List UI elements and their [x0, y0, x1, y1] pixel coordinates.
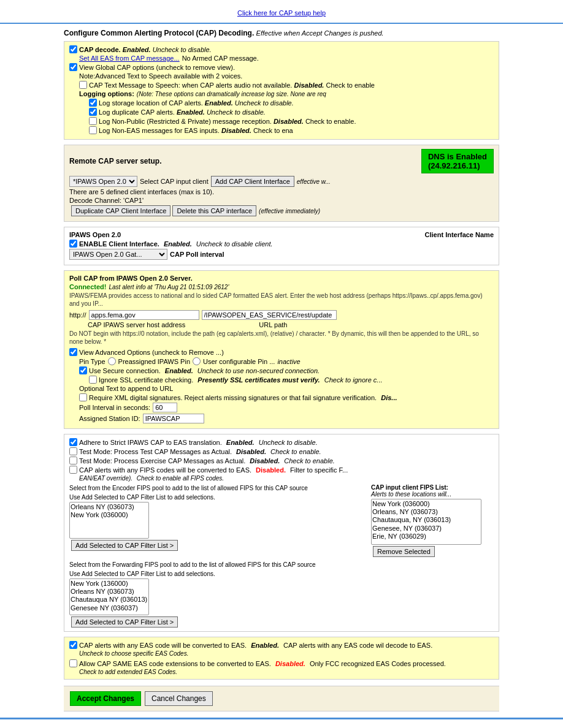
pin-user-label: User configurable Pin ... — [203, 358, 275, 365]
station-id-input[interactable] — [143, 414, 204, 423]
decode-channel-row: Decode Channel: 'CAP1' — [69, 197, 494, 204]
log-storage-checkbox[interactable] — [89, 99, 97, 107]
strict-label: Adhere to Strict IPAWS CAP to EAS transl… — [79, 439, 318, 446]
enable-client-label: ENABLE Client Interface. Enabled. Unchec… — [79, 240, 273, 248]
pin-type-row: Pin Type Preassigned IPAWS Pin User conf… — [79, 357, 494, 365]
same-checkbox[interactable] — [69, 659, 77, 667]
advanced-options-panel: Pin Type Preassigned IPAWS Pin User conf… — [69, 357, 494, 423]
ignore-ssl-row: Ignore SSL certificate checking. Present… — [79, 376, 494, 384]
page-subtitle: Effective when Accept Changes is pushed. — [256, 29, 384, 37]
remove-selected-row: Remove Selected — [371, 546, 494, 557]
eas-convert-checkbox[interactable] — [69, 641, 77, 649]
strict-row: Adhere to Strict IPAWS CAP to EAS transl… — [69, 438, 494, 446]
log-storage-label: Log storage location of CAP alerts. Enab… — [99, 99, 294, 107]
fips-convert-checkbox[interactable] — [69, 466, 77, 474]
connection-status-row: Connected! Last alert info at 'Thu Aug 2… — [69, 283, 494, 290]
poll-interval-row: Poll Interval in seconds: — [79, 403, 494, 412]
translation-section: Adhere to Strict IPAWS CAP to EAS transl… — [64, 434, 499, 632]
remove-selected-btn[interactable]: Remove Selected — [373, 546, 435, 557]
duplicate-interface-btn[interactable]: Duplicate CAP Client Interface — [71, 205, 170, 216]
url-path-input[interactable] — [202, 310, 337, 320]
fips-cap-input-label: CAP input client FIPS List: — [371, 484, 494, 491]
client-interface-name: IPAWS Open 2.0 — [69, 231, 121, 238]
fips-encoder-add-row: Add Selected to CAP Filter List > — [69, 540, 364, 551]
set-all-eas-link[interactable]: Set All EAS from CAP message... — [79, 55, 180, 62]
delete-interface-btn[interactable]: Delete this CAP interface — [172, 205, 256, 216]
fips-forwarding-add-btn[interactable]: Add Selected to CAP Filter List > — [71, 616, 178, 628]
fips-cap-input-note: Alerts to these locations will... — [371, 491, 494, 498]
url-path-label: URL path — [259, 321, 287, 328]
cap-poll-label: CAP Poll interval — [170, 251, 224, 258]
add-interface-btn[interactable]: Add CAP Client Interface — [211, 176, 294, 187]
defined-clients-text: There are 5 defined client interfaces (m… — [69, 188, 214, 195]
logging-label: Logging options: — [79, 90, 134, 97]
log-duplicate-checkbox[interactable] — [89, 108, 97, 116]
poll-note: IPAWS/FEMA provides access to national a… — [69, 292, 494, 308]
poll-interval-input[interactable] — [153, 403, 177, 412]
enable-client-row: ENABLE Client Interface. Enabled. Unchec… — [69, 240, 494, 248]
secure-conn-checkbox[interactable] — [79, 366, 87, 374]
eas-uncheck-row: Uncheck to choose specific EAS Codes. — [69, 650, 494, 657]
cap-decode-row: CAP decode. Enabled. Uncheck to disable. — [69, 45, 494, 53]
gateway-row: IPAWS Open 2.0 Gat... CAP Poll interval — [69, 249, 494, 260]
ignore-ssl-label: Ignore SSL certificate checking. Present… — [99, 376, 383, 384]
http-label: http:// — [69, 311, 86, 319]
enable-client-checkbox[interactable] — [69, 240, 77, 248]
page-title-text: Configure Common Alerting Protocol (CAP)… — [64, 29, 254, 37]
cap-tts-checkbox[interactable] — [79, 81, 87, 89]
fips-cap-input-list[interactable]: New York (036000) Orleans, NY (036073) C… — [371, 499, 481, 545]
remote-cap-section: Remote CAP server setup. DNS is Enabled … — [64, 145, 499, 222]
xml-signatures-row: Require XML digital signatures. Reject a… — [79, 393, 494, 401]
log-non-eas-label: Log Non-EAS messages for EAS inputs. Dis… — [99, 127, 293, 134]
test-exercise-row: Test Mode: Process Exercise CAP Messages… — [69, 457, 494, 464]
cap-decode-label: CAP decode. Enabled. Uncheck to disable. — [79, 46, 212, 53]
fips-encoder-col: Select from the Encoder FIPS pool to add… — [69, 484, 364, 557]
page-wrapper: Click here for CAP setup help Configure … — [0, 0, 563, 728]
test-mode-checkbox[interactable] — [69, 447, 77, 455]
url-path-note: Do NOT begin with https://0 notation, in… — [69, 330, 494, 346]
fips-forwarding-add-row: Add Selected to CAP Filter List > — [69, 616, 494, 628]
delete-effective-note: (effective immediately) — [259, 208, 320, 214]
page-title: Configure Common Alerting Protocol (CAP)… — [64, 29, 499, 37]
fips-override-row: EAN/EAT override). Check to enable all F… — [69, 475, 494, 482]
top-help-link[interactable]: Click here for CAP setup help — [237, 9, 326, 17]
poll-label: Poll CAP from IPAWS Open 2.0 Server. — [69, 275, 193, 282]
same-label: Allow CAP SAME EAS code extensions to be… — [79, 660, 446, 667]
log-non-eas-checkbox[interactable] — [89, 126, 97, 134]
log-duplicate-row: Log duplicate CAP alerts. Enabled. Unche… — [89, 108, 494, 116]
fips-forwarding-list[interactable]: New York (136000) Orleans NY (036073) Ch… — [69, 578, 149, 615]
same-check-row: Check to add extended EAS Codes. — [69, 669, 494, 675]
fips-encoder-add-btn[interactable]: Add Selected to CAP Filter List > — [71, 540, 178, 551]
optional-text-row: Optional Text to append to URL — [79, 385, 494, 392]
pin-user-radio[interactable] — [193, 357, 201, 365]
log-options: Log storage location of CAP alerts. Enab… — [79, 99, 494, 134]
client-select[interactable]: *IPAWS Open 2.0 — [69, 176, 137, 187]
strict-checkbox[interactable] — [69, 438, 77, 446]
accept-changes-btn[interactable]: Accept Changes — [70, 691, 141, 706]
test-mode-label: Test Mode: Process Test CAP Messages as … — [79, 448, 321, 455]
poll-interval-label: Poll Interval in seconds: — [79, 404, 150, 411]
server-host-input[interactable] — [89, 310, 199, 320]
client-interface-header: IPAWS Open 2.0 Client Interface Name — [69, 231, 494, 238]
secure-conn-row: Use Secure connection. Enabled. Uncheck … — [79, 366, 494, 374]
cap-decode-section: CAP decode. Enabled. Uncheck to disable.… — [64, 41, 499, 140]
url-labels-row: CAP IPAWS server host address URL path — [69, 321, 494, 328]
view-global-row: View Global CAP options (uncheck to remo… — [69, 63, 494, 71]
logging-note: (Note: These options can dramatically in… — [137, 91, 326, 97]
pin-preassigned-radio[interactable] — [108, 357, 116, 365]
cancel-changes-btn[interactable]: Cancel Changes — [145, 691, 213, 706]
xml-signatures-checkbox[interactable] — [79, 393, 87, 401]
gateway-select[interactable]: IPAWS Open 2.0 Gat... — [69, 249, 167, 260]
client-interface-name-label: Client Interface Name — [425, 231, 494, 238]
view-advanced-checkbox[interactable] — [69, 348, 77, 356]
page-footer — [0, 718, 563, 728]
log-non-public-checkbox[interactable] — [89, 117, 97, 125]
select-client-placeholder-label: Select CAP input client — [140, 178, 209, 185]
main-content: Configure Common Alerting Protocol (CAP)… — [61, 29, 502, 711]
fips-encoder-list[interactable]: Orleans NY (036073) New York (036000) — [69, 502, 149, 539]
test-exercise-checkbox[interactable] — [69, 457, 77, 464]
ignore-ssl-checkbox[interactable] — [89, 376, 97, 384]
view-global-checkbox[interactable] — [69, 63, 77, 71]
pin-inactive: inactive — [277, 358, 300, 365]
cap-decode-checkbox[interactable] — [69, 45, 77, 53]
